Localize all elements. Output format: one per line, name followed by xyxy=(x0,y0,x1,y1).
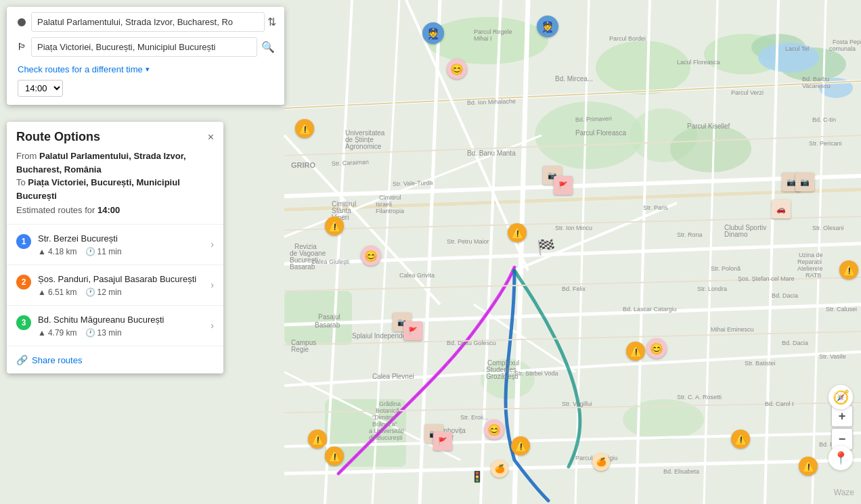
route-meta-1: ▲ 4.18 km 🕐 11 min xyxy=(38,247,211,256)
swap-button[interactable]: ⇅ xyxy=(265,14,279,30)
route-from-to: From Palatul Parlamentului, Strada Izvor… xyxy=(7,150,223,224)
svg-text:Bd. Felix: Bd. Felix xyxy=(562,285,586,292)
camera-marker-6[interactable]: 🚩 xyxy=(403,321,422,340)
waze-char-1[interactable]: 😊 xyxy=(447,59,467,79)
hazard-marker-1[interactable]: 🍊 xyxy=(491,460,508,478)
time-select[interactable]: 14:00 14:30 15:00 15:30 xyxy=(18,80,63,97)
svg-text:Bd. Dacia: Bd. Dacia xyxy=(782,340,808,346)
route-item-1[interactable]: 1 Str. Berzei București ▲ 4.18 km 🕐 11 m… xyxy=(7,225,223,265)
svg-text:Botanică: Botanică xyxy=(376,407,399,414)
route-options-panel: Route Options × From Palatul Parlamentul… xyxy=(7,122,223,373)
waze-char-4[interactable]: 😊 xyxy=(484,419,504,440)
warning-marker-3[interactable]: ⚠️ xyxy=(508,223,527,242)
route-chevron-1: › xyxy=(211,239,214,250)
svg-text:Str. Virgillui: Str. Virgillui xyxy=(562,400,592,407)
svg-text:Str. Petru Maior: Str. Petru Maior xyxy=(447,238,489,245)
route-meta-2: ▲ 6.51 km 🕐 12 min xyxy=(38,288,211,297)
svg-text:Bd. Elisabeta: Bd. Elisabeta xyxy=(663,468,699,475)
camera-marker-8[interactable]: 🚩 xyxy=(433,432,452,451)
svg-text:Mihai Eminescu: Mihai Eminescu xyxy=(711,326,754,333)
check-routes-link[interactable]: Check routes for a different time xyxy=(18,64,143,74)
svg-text:Reparații: Reparații xyxy=(797,258,822,265)
svg-text:Parcul Floreasca: Parcul Floreasca xyxy=(575,129,626,137)
svg-text:Cimitirul: Cimitirul xyxy=(379,194,401,201)
flag-marker-1[interactable]: 🚩 xyxy=(554,176,573,195)
route-badge-3: 3 xyxy=(16,315,31,330)
svg-text:Brândza": Brândza" xyxy=(372,421,397,428)
svg-text:Bd. Banu Manta: Bd. Banu Manta xyxy=(467,150,516,157)
svg-text:Pasajul: Pasajul xyxy=(318,313,340,321)
svg-text:Bd. Lascar Catargiu: Bd. Lascar Catargiu xyxy=(623,306,677,313)
waze-char-3[interactable]: 😊 xyxy=(646,338,667,359)
zoom-controls: + − xyxy=(831,405,853,450)
to-label: To xyxy=(16,177,26,187)
share-routes-link[interactable]: Share routes xyxy=(32,355,82,365)
route-panel-header: Route Options × xyxy=(7,122,223,150)
svg-text:dinBucurești: dinBucurești xyxy=(369,434,403,441)
share-routes-row: 🔗 Share routes xyxy=(7,346,223,368)
estimated-label: Estimated routes for xyxy=(16,205,95,215)
svg-text:Str. Calusei: Str. Calusei xyxy=(826,306,857,313)
warning-marker-5[interactable]: ⚠️ xyxy=(626,342,645,361)
svg-text:Str. Eroii...: Str. Eroii... xyxy=(460,414,489,421)
clock-icon-2: 🕐 xyxy=(85,288,95,297)
warning-marker-9[interactable]: ⚠️ xyxy=(731,430,750,449)
traffic-1: 🚦 xyxy=(470,470,484,483)
origin-input[interactable] xyxy=(31,12,265,32)
route-item-3[interactable]: 3 Bd. Schitu Măgureanu București ▲ 4.79 … xyxy=(7,306,223,346)
svg-text:Grozăvești: Grozăvești xyxy=(486,373,518,380)
svg-text:Regie: Regie xyxy=(291,346,309,353)
time-row: 14:00 14:30 15:00 15:30 xyxy=(12,77,279,99)
warning-marker-7[interactable]: ⚠️ xyxy=(325,446,344,465)
waze-char-2[interactable]: 😊 xyxy=(361,246,381,266)
route-duration-2: 🕐 12 min xyxy=(85,288,122,297)
svg-text:RATB: RATB xyxy=(805,272,821,279)
warning-marker-10[interactable]: ⚠️ xyxy=(799,457,818,476)
compass-button[interactable]: 🧭 xyxy=(829,385,853,409)
camera-marker-3[interactable]: 📷 xyxy=(795,173,814,191)
svg-text:GRIRO: GRIRO xyxy=(291,161,316,169)
camera-marker-4[interactable]: 🚗 xyxy=(772,200,791,219)
svg-text:Str. Paris: Str. Paris xyxy=(643,204,668,211)
svg-text:comunala: comunala xyxy=(829,45,856,52)
hazard-marker-2[interactable]: 🍊 xyxy=(592,453,610,471)
warning-marker-2[interactable]: ⚠️ xyxy=(325,216,344,235)
check-routes-row: Check routes for a different time ▾ xyxy=(12,62,279,77)
destination-row: 🏳 🔍 xyxy=(12,36,279,58)
route-estimated: Estimated routes for 14:00 xyxy=(16,204,214,217)
svg-text:Șos. Ștefan cel Mare: Șos. Ștefan cel Mare xyxy=(738,275,795,282)
road-icon-2: ▲ xyxy=(38,288,46,297)
from-label: From xyxy=(16,151,37,161)
svg-text:Filantropia: Filantropia xyxy=(376,208,404,214)
warning-marker-8[interactable]: ⚠️ xyxy=(511,436,530,455)
my-location-button[interactable]: 📍 xyxy=(829,446,853,470)
route-name-1: Str. Berzei București xyxy=(38,233,211,245)
svg-point-2 xyxy=(596,41,690,95)
road-icon-1: ▲ xyxy=(38,247,46,256)
search-button[interactable]: 🔍 xyxy=(257,36,279,58)
warning-marker-1[interactable]: ⚠️ xyxy=(295,119,314,138)
route-item-2[interactable]: 2 Șos. Panduri, Pasajul Basarab Bucureșt… xyxy=(7,265,223,306)
route-duration-1: 🕐 11 min xyxy=(85,247,122,256)
road-icon-3: ▲ xyxy=(38,328,46,338)
svg-text:Calea Plevnei: Calea Plevnei xyxy=(372,373,414,380)
svg-text:Basarab: Basarab xyxy=(315,321,340,329)
route-chevron-2: › xyxy=(211,279,214,290)
police-marker-2[interactable]: 👮 xyxy=(537,16,558,37)
warning-marker-4[interactable]: ⚠️ xyxy=(839,260,858,279)
route-badge-1: 1 xyxy=(16,234,31,249)
clock-icon-3: 🕐 xyxy=(85,328,95,338)
route-info-1: Str. Berzei București ▲ 4.18 km 🕐 11 min xyxy=(38,233,211,256)
warning-marker-6[interactable]: ⚠️ xyxy=(308,430,327,449)
route-info-3: Bd. Schitu Măgureanu București ▲ 4.79 km… xyxy=(38,314,211,338)
destination-icon: 🏳 xyxy=(12,37,31,56)
destination-input[interactable] xyxy=(31,37,257,57)
svg-text:Str. Batistei: Str. Batistei xyxy=(745,360,776,367)
svg-text:Grădina: Grădina xyxy=(379,400,401,407)
svg-text:Str. Vale-Turda: Str. Vale-Turda xyxy=(393,179,433,187)
svg-text:Bd. C-tin: Bd. C-tin xyxy=(812,116,836,123)
svg-text:Bd. Barbu: Bd. Barbu xyxy=(802,76,829,83)
svg-text:Str. Polonă: Str. Polonă xyxy=(711,265,741,272)
police-marker-1[interactable]: 👮 xyxy=(422,22,444,44)
close-route-panel-button[interactable]: × xyxy=(208,132,214,143)
